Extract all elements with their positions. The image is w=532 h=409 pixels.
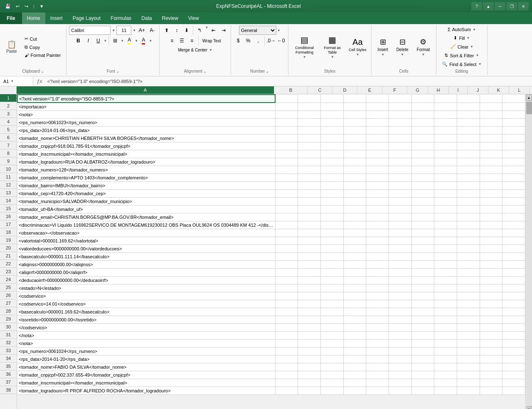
cell-26-k[interactable] <box>480 292 502 300</box>
cell-14-j[interactable] <box>457 197 480 205</box>
cell-5-c[interactable] <box>298 126 321 134</box>
cell-32-l[interactable] <box>502 339 525 347</box>
cell-21-f[interactable] <box>366 252 389 260</box>
cell-18-a[interactable]: <observacao>-</observacao> <box>17 229 275 237</box>
cell-31-g[interactable] <box>389 331 411 339</box>
cell-11-c[interactable] <box>298 174 321 181</box>
cell-37-c[interactable] <box>298 379 321 387</box>
cell-35-d[interactable] <box>320 363 343 371</box>
cell-6-a[interactable]: <tomador_nome>CHRISTIAN HEBERTH SILVA BO… <box>17 134 275 142</box>
cell-24-k[interactable] <box>480 276 502 284</box>
cell-4-g[interactable] <box>389 118 411 126</box>
cell-16-l[interactable] <box>502 213 525 221</box>
cell-1-f[interactable] <box>366 95 389 103</box>
cell-30-c[interactable] <box>298 323 321 331</box>
cell-13-a[interactable]: <tomador_cep>41720-420</tomador_cep> <box>17 189 275 197</box>
data-menu[interactable]: Data <box>136 12 157 24</box>
cell-3-b[interactable] <box>275 110 298 118</box>
cell-7-l[interactable] <box>502 142 525 150</box>
merge-center-button[interactable]: Merge & Center ▼ <box>176 47 214 54</box>
cell-33-f[interactable] <box>366 347 389 355</box>
cell-25-l[interactable] <box>502 284 525 292</box>
cell-36-k[interactable] <box>480 371 502 379</box>
cell-13-d[interactable] <box>320 189 343 197</box>
cell-20-d[interactable] <box>320 245 343 252</box>
cell-10-d[interactable] <box>320 166 343 174</box>
cell-36-c[interactable] <box>298 371 321 379</box>
cell-11-l[interactable] <box>502 174 525 181</box>
clear-button[interactable]: 🧹 Clear ▼ <box>447 43 476 51</box>
cell-26-l[interactable] <box>502 292 525 300</box>
cell-33-g[interactable] <box>389 347 411 355</box>
cell-27-d[interactable] <box>320 300 343 308</box>
cell-13-h[interactable] <box>411 189 434 197</box>
cell-12-i[interactable] <box>434 181 457 189</box>
row-num-10[interactable]: 10 <box>0 165 17 173</box>
cell-3-i[interactable] <box>434 110 457 118</box>
row-num-26[interactable]: 26 <box>0 291 17 299</box>
cell-22-f[interactable] <box>366 260 389 268</box>
cell-1-d[interactable] <box>320 95 343 103</box>
alignment-expand-icon[interactable]: ⌄ <box>203 69 207 73</box>
cell-24-a[interactable]: <deducaoirrf>0000000000.00</deducaoirrf> <box>17 276 275 284</box>
cell-19-d[interactable] <box>320 237 343 245</box>
cell-3-d[interactable] <box>320 110 343 118</box>
col-header-a[interactable]: A <box>17 86 274 94</box>
cell-24-c[interactable] <box>298 276 321 284</box>
cell-25-c[interactable] <box>298 284 321 292</box>
cell-31-e[interactable] <box>343 331 366 339</box>
cell-14-h[interactable] <box>411 197 434 205</box>
cell-32-g[interactable] <box>389 339 411 347</box>
cell-2-b[interactable] <box>275 103 298 110</box>
cell-33-e[interactable] <box>343 347 366 355</box>
cell-24-l[interactable] <box>502 276 525 284</box>
cell-18-f[interactable] <box>366 229 389 237</box>
cell-14-d[interactable] <box>320 197 343 205</box>
cell-28-d[interactable] <box>320 308 343 316</box>
cell-19-b[interactable] <box>275 237 298 245</box>
cell-26-f[interactable] <box>366 292 389 300</box>
row-num-2[interactable]: 2 <box>0 102 17 110</box>
cell-11-h[interactable] <box>411 174 434 181</box>
cell-12-f[interactable] <box>366 181 389 189</box>
cell-26-a[interactable]: <codservico> <box>17 292 275 300</box>
row-num-18[interactable]: 18 <box>0 228 17 236</box>
cell-22-c[interactable] <box>298 260 321 268</box>
decrease-decimal-button[interactable]: ←0 <box>276 36 286 45</box>
font-color-dropdown-icon[interactable]: ▼ <box>149 39 152 43</box>
cell-1-j[interactable] <box>457 95 480 103</box>
row-num-11[interactable]: 11 <box>0 173 17 181</box>
cell-35-g[interactable] <box>389 363 411 371</box>
cell-38-b[interactable] <box>275 387 298 394</box>
cell-1-k[interactable] <box>480 95 502 103</box>
cell-23-k[interactable] <box>480 268 502 276</box>
cut-button[interactable]: ✂ Cut <box>22 35 64 43</box>
cell-9-c[interactable] <box>298 158 321 166</box>
cell-2-k[interactable] <box>480 103 502 110</box>
cell-1-g[interactable] <box>389 95 411 103</box>
cell-38-d[interactable] <box>320 387 343 394</box>
cell-14-c[interactable] <box>298 197 321 205</box>
cell-36-g[interactable] <box>389 371 411 379</box>
text-direction-button[interactable]: ↰ <box>195 26 204 35</box>
cell-36-j[interactable] <box>457 371 480 379</box>
cell-15-f[interactable] <box>366 205 389 213</box>
cell-37-g[interactable] <box>389 379 411 387</box>
text-direction-dropdown-icon[interactable]: ▼ <box>205 26 208 35</box>
cell-23-a[interactable]: <aliqirrf>0000000000.00</aliqirrf> <box>17 268 275 276</box>
cell-22-a[interactable]: <aliqinss>0000000000.00</aliqinss> <box>17 260 275 268</box>
cell-24-e[interactable] <box>343 276 366 284</box>
cell-28-a[interactable]: <basecalculo>000001.169.62</basecalculo> <box>17 308 275 316</box>
cell-29-k[interactable] <box>480 316 502 323</box>
cell-10-c[interactable] <box>298 166 321 174</box>
align-left-button[interactable]: ≡ <box>167 36 177 45</box>
format-table-dropdown[interactable]: ▼ <box>331 55 334 59</box>
cell-27-b[interactable] <box>275 300 298 308</box>
cell-24-f[interactable] <box>366 276 389 284</box>
row-num-29[interactable]: 29 <box>0 315 17 323</box>
cell-30-i[interactable] <box>434 323 457 331</box>
cell-17-l[interactable] <box>502 221 525 229</box>
cell-15-k[interactable] <box>480 205 502 213</box>
row-num-17[interactable]: 17 <box>0 220 17 228</box>
cell-15-d[interactable] <box>320 205 343 213</box>
